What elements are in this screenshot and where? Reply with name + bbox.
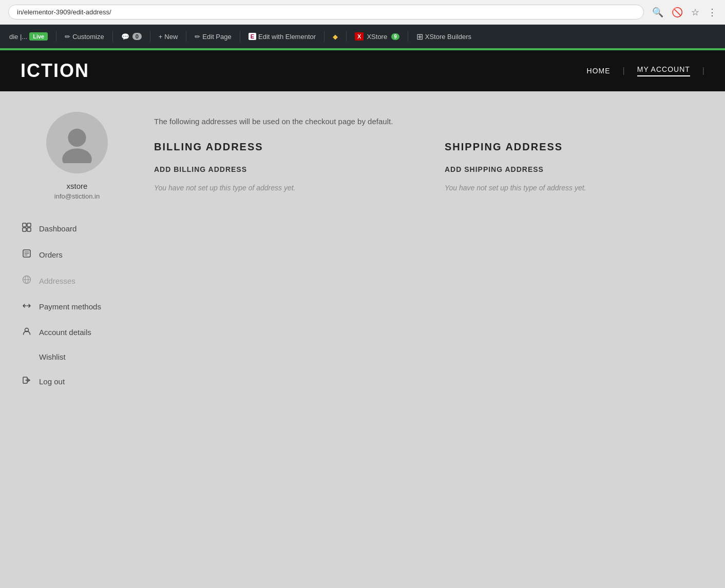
svg-rect-3 [27, 223, 31, 227]
payment-label: Payment methods [39, 302, 101, 311]
svg-point-0 [68, 129, 86, 147]
diamond-icon: ◆ [333, 33, 338, 41]
separator-6 [324, 31, 325, 42]
admin-bar-site-name[interactable]: die |... Live [4, 25, 53, 48]
shipping-address-section: SHIPPING ADDRESS ADD SHIPPING ADDRESS Yo… [445, 141, 704, 192]
pencil-icon: ✏ [65, 33, 70, 41]
url-text: in/elementor-3909/edit-address/ [17, 8, 111, 16]
dashboard-label: Dashboard [39, 224, 77, 233]
comment-count: 0 [132, 33, 142, 40]
bookmark-icon[interactable]: ☆ [691, 7, 699, 18]
sidebar-item-orders[interactable]: Orders [21, 242, 133, 268]
sidebar-item-payment-methods[interactable]: Payment methods [21, 294, 133, 319]
browser-icons: 🔍 🚫 ☆ ⋮ [652, 7, 717, 18]
orders-label: Orders [39, 250, 63, 259]
admin-bar-xstore[interactable]: X XStore 9 [350, 25, 405, 48]
svg-point-1 [62, 148, 92, 163]
url-bar[interactable]: in/elementor-3909/edit-address/ [8, 5, 644, 19]
add-shipping-address-link[interactable]: ADD SHIPPING ADDRESS [445, 165, 704, 173]
address-intro: The following addresses will be used on … [154, 117, 704, 126]
payment-icon [21, 301, 33, 312]
svg-rect-2 [23, 223, 26, 227]
elementor-label: Edit with Elementor [258, 33, 316, 41]
sidebar-item-logout[interactable]: Log out [21, 368, 133, 395]
sidebar-item-wishlist[interactable]: Wishlist [21, 345, 133, 368]
avatar [46, 112, 108, 173]
billing-address-section: BILLING ADDRESS ADD BILLING ADDRESS You … [154, 141, 414, 192]
separator-8 [408, 31, 408, 42]
orders-icon [21, 249, 33, 261]
admin-bar-customize[interactable]: ✏ Customize [60, 25, 109, 48]
admin-bar-edit-page[interactable]: ✏ Edit Page [189, 25, 236, 48]
nav-separator-2: | [702, 66, 704, 75]
eye-slash-icon[interactable]: 🚫 [672, 7, 683, 18]
more-icon[interactable]: ⋮ [708, 7, 717, 18]
site-nav: HOME | MY ACCOUNT | [587, 65, 704, 76]
billing-address-title: BILLING ADDRESS [154, 141, 414, 153]
separator-3 [150, 31, 150, 42]
builders-grid-icon: ⊞ [416, 32, 423, 42]
svg-rect-5 [27, 228, 31, 231]
sidebar: xstore info@stiction.in Dashboard [21, 112, 133, 567]
sidebar-nav: Dashboard Orders [21, 215, 133, 395]
dashboard-icon [21, 223, 33, 234]
logout-label: Log out [39, 377, 65, 386]
edit-pencil-icon: ✏ [195, 33, 200, 41]
billing-empty-text: You have not set up this type of address… [154, 184, 414, 192]
wp-admin-bar: die |... Live ✏ Customize 💬 0 + New ✏ Ed… [0, 25, 725, 48]
xstore-label: XStore [367, 33, 387, 41]
avatar-icon [56, 122, 98, 163]
admin-bar-diamond[interactable]: ◆ [328, 25, 343, 48]
admin-bar-elementor[interactable]: E Edit with Elementor [243, 25, 321, 48]
new-label: New [164, 33, 178, 41]
site-name-label: die |... [9, 33, 27, 41]
account-details-label: Account details [39, 328, 91, 337]
separator-1 [56, 31, 56, 42]
customize-label: Customize [72, 33, 104, 41]
user-name: xstore [21, 182, 133, 190]
admin-bar-new[interactable]: + New [154, 25, 183, 48]
site-header: ICTION HOME | MY ACCOUNT | [0, 50, 725, 91]
add-billing-address-link[interactable]: ADD BILLING ADDRESS [154, 165, 414, 173]
browser-bar: in/elementor-3909/edit-address/ 🔍 🚫 ☆ ⋮ [0, 0, 725, 25]
sidebar-item-addresses[interactable]: Addresses [21, 268, 133, 294]
separator-4 [186, 31, 186, 42]
edit-page-label: Edit Page [202, 33, 231, 41]
svg-rect-4 [23, 228, 26, 231]
nav-my-account[interactable]: MY ACCOUNT [637, 65, 690, 76]
sidebar-item-account-details[interactable]: Account details [21, 319, 133, 345]
wishlist-label: Wishlist [39, 352, 66, 361]
user-email: info@stiction.in [21, 192, 133, 200]
logout-icon [21, 376, 33, 387]
xstore-builders-label: XStore Builders [425, 33, 471, 41]
xstore-notification-badge: 9 [391, 33, 399, 40]
admin-bar-xstore-builders[interactable]: ⊞ XStore Builders [411, 25, 476, 48]
plus-icon: + [159, 33, 163, 41]
search-icon[interactable]: 🔍 [652, 7, 663, 18]
separator-5 [240, 31, 240, 42]
separator-7 [346, 31, 347, 42]
admin-bar-comments[interactable]: 💬 0 [116, 25, 147, 48]
nav-separator: | [623, 66, 625, 75]
main-content: xstore info@stiction.in Dashboard [0, 91, 725, 588]
separator-2 [112, 31, 113, 42]
live-badge: Live [29, 32, 48, 41]
site-logo: ICTION [21, 60, 89, 82]
shipping-address-title: SHIPPING ADDRESS [445, 141, 704, 153]
addresses-icon [21, 275, 33, 287]
xstore-icon: X [355, 32, 364, 41]
account-icon [21, 326, 33, 338]
elementor-icon: E [249, 33, 256, 40]
nav-home[interactable]: HOME [587, 67, 610, 75]
address-columns: BILLING ADDRESS ADD BILLING ADDRESS You … [154, 141, 704, 192]
content-area: The following addresses will be used on … [154, 112, 704, 567]
shipping-empty-text: You have not set up this type of address… [445, 184, 704, 192]
addresses-label: Addresses [39, 277, 75, 285]
comment-icon: 💬 [121, 33, 129, 41]
sidebar-item-dashboard[interactable]: Dashboard [21, 215, 133, 242]
